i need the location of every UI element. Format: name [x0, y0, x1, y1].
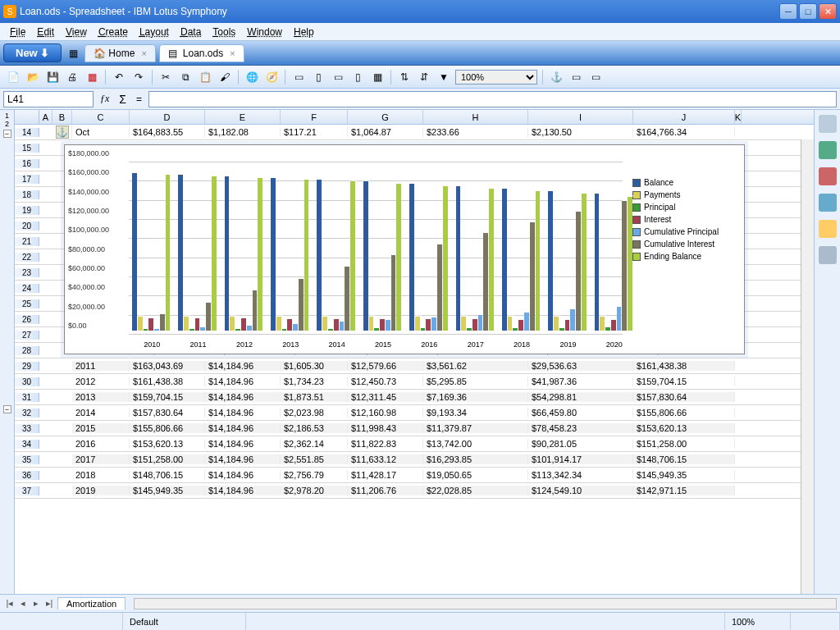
sheet-nav-prev-icon[interactable]: ◂: [16, 598, 30, 609]
cell-E34[interactable]: $14,184.96: [205, 439, 281, 449]
row-header-32[interactable]: 32: [15, 409, 39, 418]
cell-J36[interactable]: $145,949.35: [633, 470, 735, 480]
chart-object[interactable]: $0.00$20,000.00$40,000.00$60,000.00$80,0…: [64, 144, 745, 354]
outline-level-2[interactable]: 2: [5, 120, 9, 128]
save-icon[interactable]: 💾: [44, 69, 61, 85]
column-header-E[interactable]: E: [205, 110, 281, 124]
cell-J31[interactable]: $157,830.64: [633, 392, 735, 402]
function-wizard-icon[interactable]: ƒx: [97, 93, 112, 105]
menu-view[interactable]: View: [61, 25, 92, 39]
cell-B14[interactable]: ⚓: [52, 126, 72, 139]
cell-D36[interactable]: $148,706.15: [130, 470, 205, 480]
cell-D35[interactable]: $151,258.00: [130, 454, 205, 464]
delete-col-icon[interactable]: ▯: [349, 69, 366, 85]
cell-I37[interactable]: $124,549.10: [528, 486, 633, 495]
cell-F37[interactable]: $2,978.20: [281, 486, 348, 495]
cell-E35[interactable]: $14,184.96: [205, 454, 281, 464]
tab-loan-close-icon[interactable]: ×: [230, 48, 235, 58]
arrange-icon[interactable]: ▭: [568, 69, 584, 85]
cell-H37[interactable]: $22,028.85: [423, 486, 528, 495]
cell-J35[interactable]: $148,706.15: [633, 454, 735, 464]
row-header-22[interactable]: 22: [15, 253, 39, 262]
cell-D29[interactable]: $163,043.69: [130, 361, 205, 371]
cell-H35[interactable]: $16,293.85: [423, 454, 528, 464]
cell-D30[interactable]: $161,438.38: [130, 377, 205, 386]
column-header-A[interactable]: A: [39, 110, 52, 124]
cell-G35[interactable]: $11,633.12: [348, 454, 423, 464]
cell-reference-input[interactable]: [3, 91, 94, 107]
row-header-25[interactable]: 25: [15, 299, 39, 308]
sum-icon[interactable]: Σ: [116, 93, 130, 106]
menu-create[interactable]: Create: [94, 25, 133, 39]
cell-J30[interactable]: $159,704.15: [633, 377, 735, 386]
row-header-19[interactable]: 19: [15, 206, 39, 215]
formula-input[interactable]: [148, 91, 837, 107]
cell-H14[interactable]: $233.66: [423, 127, 528, 137]
cell-I31[interactable]: $54,298.81: [528, 392, 633, 402]
vertical-scrollbar[interactable]: [801, 139, 814, 594]
cell-I30[interactable]: $41,987.36: [528, 377, 633, 386]
cell-D32[interactable]: $157,830.64: [130, 408, 205, 418]
undo-icon[interactable]: ↶: [111, 69, 127, 85]
navigator-icon[interactable]: 🧭: [263, 69, 280, 85]
row-header-30[interactable]: 30: [15, 377, 39, 386]
cell-C36[interactable]: 2018: [72, 470, 130, 480]
cell-H34[interactable]: $13,742.00: [423, 439, 528, 449]
sheet-nav-first-icon[interactable]: |◂: [3, 598, 16, 609]
cell-G29[interactable]: $12,579.66: [348, 361, 423, 371]
equals-icon[interactable]: =: [133, 94, 145, 105]
row-header-18[interactable]: 18: [15, 190, 39, 199]
cell-H31[interactable]: $7,169.36: [423, 392, 528, 402]
row-header-23[interactable]: 23: [15, 268, 39, 277]
cell-C31[interactable]: 2013: [72, 392, 130, 402]
anchor-tool-icon[interactable]: ⚓: [548, 69, 564, 85]
row-header-26[interactable]: 26: [15, 315, 39, 324]
column-header-D[interactable]: D: [130, 110, 205, 124]
column-header-B[interactable]: B: [52, 110, 72, 124]
cell-C34[interactable]: 2016: [72, 439, 130, 449]
cell-G33[interactable]: $11,998.43: [348, 423, 423, 433]
cell-J32[interactable]: $155,806.66: [633, 408, 735, 418]
cell-E36[interactable]: $14,184.96: [205, 470, 281, 480]
tab-home-close-icon[interactable]: ×: [141, 48, 146, 58]
open-icon[interactable]: 📂: [25, 69, 41, 85]
outline-collapse-bottom[interactable]: −: [3, 405, 11, 413]
cell-C29[interactable]: 2011: [72, 361, 130, 371]
outline-collapse-top[interactable]: −: [3, 130, 11, 138]
menu-data[interactable]: Data: [176, 25, 206, 39]
row-header-17[interactable]: 17: [15, 175, 39, 184]
cell-G37[interactable]: $11,206.76: [348, 486, 423, 495]
cell-E32[interactable]: $14,184.96: [205, 408, 281, 418]
menu-file[interactable]: File: [5, 25, 30, 39]
new-document-button[interactable]: New ⬇: [3, 43, 62, 62]
styles-icon[interactable]: [819, 167, 837, 185]
cell-J29[interactable]: $161,438.38: [633, 361, 735, 371]
cell-E37[interactable]: $14,184.96: [205, 486, 281, 495]
cell-G14[interactable]: $1,064.87: [348, 127, 423, 137]
cell-J34[interactable]: $151,258.00: [633, 439, 735, 449]
horizontal-scrollbar[interactable]: [134, 598, 837, 609]
sort-desc-icon[interactable]: ⇵: [416, 69, 432, 85]
row-header-16[interactable]: 16: [15, 159, 39, 168]
cell-E29[interactable]: $14,184.96: [205, 361, 281, 371]
cell-grid[interactable]: 14⚓Oct$164,883.55$1,182.08$117.21$1,064.…: [15, 125, 814, 594]
cell-G36[interactable]: $11,428.17: [348, 470, 423, 480]
row-header-27[interactable]: 27: [15, 331, 39, 340]
sort-asc-icon[interactable]: ⇅: [396, 69, 413, 85]
row-header-31[interactable]: 31: [15, 393, 39, 402]
menu-edit[interactable]: Edit: [32, 25, 59, 39]
redo-icon[interactable]: ↷: [130, 69, 147, 85]
cell-I33[interactable]: $78,458.23: [528, 423, 633, 433]
column-header-I[interactable]: I: [528, 110, 633, 124]
zoom-select[interactable]: 100%: [455, 70, 537, 84]
tab-home[interactable]: 🏠 Home ×: [84, 44, 155, 62]
cell-C14[interactable]: Oct: [72, 127, 130, 137]
row-header-33[interactable]: 33: [15, 424, 39, 433]
sheet-tab-amortization[interactable]: Amortization: [57, 597, 126, 609]
menu-help[interactable]: Help: [289, 25, 319, 39]
sidepanel-toggle-icon[interactable]: [819, 115, 837, 133]
cell-F31[interactable]: $1,873.51: [281, 392, 348, 402]
paste-icon[interactable]: 📋: [197, 69, 213, 85]
sheet-nav-last-icon[interactable]: ▸|: [43, 598, 56, 609]
row-header-15[interactable]: 15: [15, 144, 39, 153]
